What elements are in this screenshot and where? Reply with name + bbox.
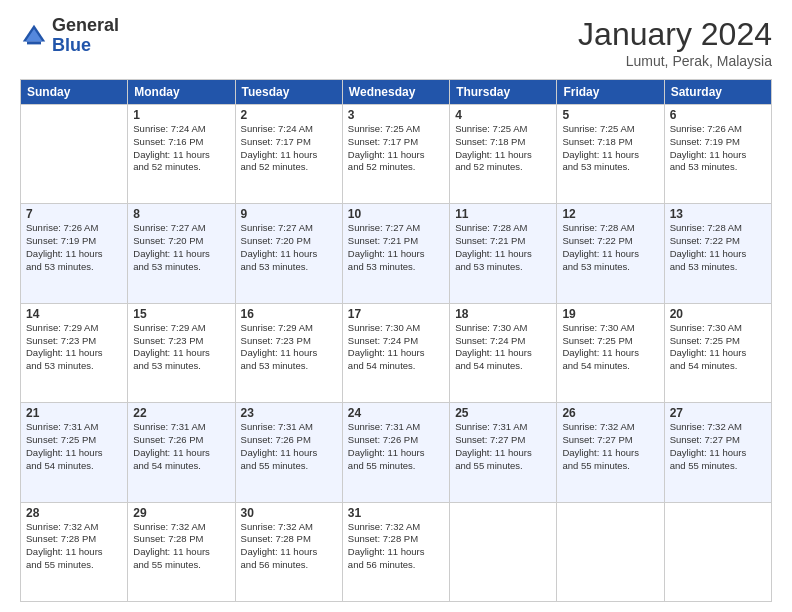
day-number: 10 — [348, 207, 444, 221]
calendar-cell: 21Sunrise: 7:31 AM Sunset: 7:25 PM Dayli… — [21, 403, 128, 502]
day-info: Sunrise: 7:29 AM Sunset: 7:23 PM Dayligh… — [241, 322, 337, 373]
calendar-cell — [557, 502, 664, 601]
calendar-cell: 5Sunrise: 7:25 AM Sunset: 7:18 PM Daylig… — [557, 105, 664, 204]
day-number: 27 — [670, 406, 766, 420]
day-info: Sunrise: 7:24 AM Sunset: 7:17 PM Dayligh… — [241, 123, 337, 174]
day-info: Sunrise: 7:26 AM Sunset: 7:19 PM Dayligh… — [670, 123, 766, 174]
day-number: 7 — [26, 207, 122, 221]
day-info: Sunrise: 7:25 AM Sunset: 7:17 PM Dayligh… — [348, 123, 444, 174]
calendar-subtitle: Lumut, Perak, Malaysia — [578, 53, 772, 69]
svg-rect-2 — [27, 41, 41, 44]
calendar-cell: 2Sunrise: 7:24 AM Sunset: 7:17 PM Daylig… — [235, 105, 342, 204]
calendar-week-3: 21Sunrise: 7:31 AM Sunset: 7:25 PM Dayli… — [21, 403, 772, 502]
col-wednesday: Wednesday — [342, 80, 449, 105]
day-number: 30 — [241, 506, 337, 520]
calendar-cell: 1Sunrise: 7:24 AM Sunset: 7:16 PM Daylig… — [128, 105, 235, 204]
day-number: 22 — [133, 406, 229, 420]
day-number: 13 — [670, 207, 766, 221]
day-number: 9 — [241, 207, 337, 221]
calendar-table: Sunday Monday Tuesday Wednesday Thursday… — [20, 79, 772, 602]
day-number: 5 — [562, 108, 658, 122]
calendar-cell: 14Sunrise: 7:29 AM Sunset: 7:23 PM Dayli… — [21, 303, 128, 402]
col-monday: Monday — [128, 80, 235, 105]
day-number: 31 — [348, 506, 444, 520]
day-info: Sunrise: 7:29 AM Sunset: 7:23 PM Dayligh… — [133, 322, 229, 373]
day-info: Sunrise: 7:31 AM Sunset: 7:26 PM Dayligh… — [133, 421, 229, 472]
day-number: 14 — [26, 307, 122, 321]
day-info: Sunrise: 7:24 AM Sunset: 7:16 PM Dayligh… — [133, 123, 229, 174]
day-number: 8 — [133, 207, 229, 221]
calendar-week-2: 14Sunrise: 7:29 AM Sunset: 7:23 PM Dayli… — [21, 303, 772, 402]
calendar-cell: 10Sunrise: 7:27 AM Sunset: 7:21 PM Dayli… — [342, 204, 449, 303]
logo-blue-text: Blue — [52, 36, 119, 56]
calendar-cell: 27Sunrise: 7:32 AM Sunset: 7:27 PM Dayli… — [664, 403, 771, 502]
calendar-cell: 20Sunrise: 7:30 AM Sunset: 7:25 PM Dayli… — [664, 303, 771, 402]
day-info: Sunrise: 7:30 AM Sunset: 7:24 PM Dayligh… — [455, 322, 551, 373]
calendar-cell: 19Sunrise: 7:30 AM Sunset: 7:25 PM Dayli… — [557, 303, 664, 402]
calendar-cell: 15Sunrise: 7:29 AM Sunset: 7:23 PM Dayli… — [128, 303, 235, 402]
col-saturday: Saturday — [664, 80, 771, 105]
day-number: 1 — [133, 108, 229, 122]
day-number: 26 — [562, 406, 658, 420]
day-info: Sunrise: 7:32 AM Sunset: 7:28 PM Dayligh… — [348, 521, 444, 572]
day-info: Sunrise: 7:30 AM Sunset: 7:25 PM Dayligh… — [670, 322, 766, 373]
day-info: Sunrise: 7:32 AM Sunset: 7:27 PM Dayligh… — [562, 421, 658, 472]
calendar-cell: 8Sunrise: 7:27 AM Sunset: 7:20 PM Daylig… — [128, 204, 235, 303]
calendar-week-4: 28Sunrise: 7:32 AM Sunset: 7:28 PM Dayli… — [21, 502, 772, 601]
logo: General Blue — [20, 16, 119, 56]
title-block: January 2024 Lumut, Perak, Malaysia — [578, 16, 772, 69]
day-info: Sunrise: 7:31 AM Sunset: 7:26 PM Dayligh… — [241, 421, 337, 472]
calendar-cell — [664, 502, 771, 601]
page: General Blue January 2024 Lumut, Perak, … — [0, 0, 792, 612]
day-number: 17 — [348, 307, 444, 321]
calendar-week-0: 1Sunrise: 7:24 AM Sunset: 7:16 PM Daylig… — [21, 105, 772, 204]
header: General Blue January 2024 Lumut, Perak, … — [20, 16, 772, 69]
day-info: Sunrise: 7:27 AM Sunset: 7:21 PM Dayligh… — [348, 222, 444, 273]
day-info: Sunrise: 7:27 AM Sunset: 7:20 PM Dayligh… — [241, 222, 337, 273]
day-info: Sunrise: 7:28 AM Sunset: 7:22 PM Dayligh… — [562, 222, 658, 273]
calendar-cell: 9Sunrise: 7:27 AM Sunset: 7:20 PM Daylig… — [235, 204, 342, 303]
calendar-cell: 16Sunrise: 7:29 AM Sunset: 7:23 PM Dayli… — [235, 303, 342, 402]
day-number: 21 — [26, 406, 122, 420]
calendar-cell: 13Sunrise: 7:28 AM Sunset: 7:22 PM Dayli… — [664, 204, 771, 303]
day-info: Sunrise: 7:28 AM Sunset: 7:21 PM Dayligh… — [455, 222, 551, 273]
day-number: 20 — [670, 307, 766, 321]
calendar-cell: 4Sunrise: 7:25 AM Sunset: 7:18 PM Daylig… — [450, 105, 557, 204]
day-number: 3 — [348, 108, 444, 122]
header-row: Sunday Monday Tuesday Wednesday Thursday… — [21, 80, 772, 105]
day-info: Sunrise: 7:32 AM Sunset: 7:27 PM Dayligh… — [670, 421, 766, 472]
calendar-cell: 24Sunrise: 7:31 AM Sunset: 7:26 PM Dayli… — [342, 403, 449, 502]
calendar-cell: 3Sunrise: 7:25 AM Sunset: 7:17 PM Daylig… — [342, 105, 449, 204]
calendar-cell — [450, 502, 557, 601]
calendar-cell: 6Sunrise: 7:26 AM Sunset: 7:19 PM Daylig… — [664, 105, 771, 204]
calendar-cell: 28Sunrise: 7:32 AM Sunset: 7:28 PM Dayli… — [21, 502, 128, 601]
col-thursday: Thursday — [450, 80, 557, 105]
calendar-title: January 2024 — [578, 16, 772, 53]
logo-icon — [20, 22, 48, 50]
col-tuesday: Tuesday — [235, 80, 342, 105]
day-number: 29 — [133, 506, 229, 520]
calendar-cell: 29Sunrise: 7:32 AM Sunset: 7:28 PM Dayli… — [128, 502, 235, 601]
day-info: Sunrise: 7:29 AM Sunset: 7:23 PM Dayligh… — [26, 322, 122, 373]
day-number: 19 — [562, 307, 658, 321]
col-sunday: Sunday — [21, 80, 128, 105]
day-info: Sunrise: 7:32 AM Sunset: 7:28 PM Dayligh… — [133, 521, 229, 572]
day-number: 15 — [133, 307, 229, 321]
day-info: Sunrise: 7:25 AM Sunset: 7:18 PM Dayligh… — [562, 123, 658, 174]
day-info: Sunrise: 7:32 AM Sunset: 7:28 PM Dayligh… — [26, 521, 122, 572]
calendar-cell: 12Sunrise: 7:28 AM Sunset: 7:22 PM Dayli… — [557, 204, 664, 303]
calendar-cell: 30Sunrise: 7:32 AM Sunset: 7:28 PM Dayli… — [235, 502, 342, 601]
day-number: 12 — [562, 207, 658, 221]
day-number: 28 — [26, 506, 122, 520]
calendar-cell: 26Sunrise: 7:32 AM Sunset: 7:27 PM Dayli… — [557, 403, 664, 502]
day-number: 24 — [348, 406, 444, 420]
day-info: Sunrise: 7:26 AM Sunset: 7:19 PM Dayligh… — [26, 222, 122, 273]
day-number: 4 — [455, 108, 551, 122]
day-number: 6 — [670, 108, 766, 122]
day-info: Sunrise: 7:30 AM Sunset: 7:24 PM Dayligh… — [348, 322, 444, 373]
calendar-cell: 22Sunrise: 7:31 AM Sunset: 7:26 PM Dayli… — [128, 403, 235, 502]
day-number: 23 — [241, 406, 337, 420]
day-number: 18 — [455, 307, 551, 321]
calendar-cell: 18Sunrise: 7:30 AM Sunset: 7:24 PM Dayli… — [450, 303, 557, 402]
calendar-cell: 23Sunrise: 7:31 AM Sunset: 7:26 PM Dayli… — [235, 403, 342, 502]
